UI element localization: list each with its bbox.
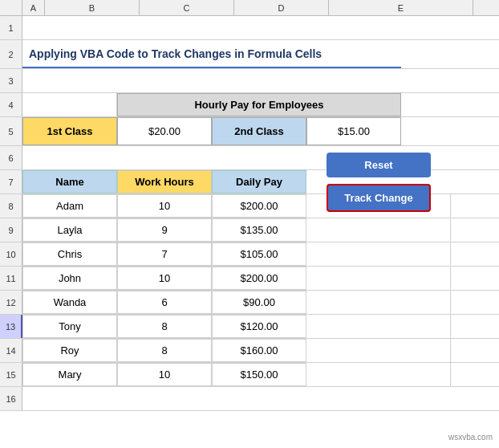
col-header-pay: Daily Pay: [212, 170, 306, 193]
cell-pay-8: $200.00: [212, 194, 306, 218]
cell-pay-14: $160.00: [212, 339, 306, 362]
cell-e-14: [306, 339, 451, 362]
cell-pay-15: $150.00: [212, 363, 306, 386]
row-num-2: 2: [0, 40, 22, 68]
cell-e-13: [306, 315, 451, 338]
cell-e-8: [306, 194, 451, 218]
cell-pay-9: $135.00: [212, 218, 306, 242]
row-num-7: 7: [0, 170, 22, 193]
cell-hours-9: 9: [117, 218, 212, 242]
cell-pay-11: $200.00: [212, 267, 306, 290]
row-num-11: 11: [0, 267, 22, 290]
row-num-16: 16: [0, 387, 22, 410]
watermark: wsxvba.com: [448, 433, 493, 442]
row-2: 2 Applying VBA Code to Track Changes in …: [0, 40, 499, 69]
class2-label: 2nd Class: [212, 117, 306, 145]
table-row: 13 Tony 8 $120.00: [0, 315, 499, 339]
row-1: 1: [0, 16, 499, 40]
row-num-5: 5: [0, 117, 22, 145]
cell-pay-12: $90.00: [212, 291, 306, 314]
row-4: 4 Hourly Pay for Employees: [0, 93, 499, 117]
cell-pay-10: $105.00: [212, 242, 306, 266]
cell-e-11: [306, 267, 451, 290]
cell-name-8: Adam: [22, 194, 117, 218]
data-rows: 8 Adam 10 $200.00 9 Layla 9 $135.00 10 C…: [0, 194, 499, 387]
buttons-area: Reset Track Change: [306, 170, 451, 193]
table-row: 9 Layla 9 $135.00: [0, 218, 499, 242]
row-num-15: 15: [0, 363, 22, 386]
row-3-content: [22, 69, 499, 92]
col-header-a: A: [22, 0, 45, 15]
row-num-12: 12: [0, 291, 22, 314]
table-row: 8 Adam 10 $200.00: [0, 194, 499, 218]
row-num-8: 8: [0, 194, 22, 218]
cell-name-11: John: [22, 267, 117, 290]
row-num-6: 6: [0, 146, 22, 169]
row-num-13: 13: [0, 315, 22, 338]
class1-value: $20.00: [117, 117, 212, 145]
table-row: 15 Mary 10 $150.00: [0, 363, 499, 387]
cell-4-b: [22, 93, 117, 116]
reset-button[interactable]: Reset: [327, 153, 431, 177]
cell-e-15: [306, 363, 451, 386]
table-row: 10 Chris 7 $105.00: [0, 242, 499, 267]
col-header-b: B: [45, 0, 140, 15]
col-headers: A B C D E: [0, 0, 499, 16]
cell-e-12: [306, 291, 451, 314]
row-5: 5 1st Class $20.00 2nd Class $15.00: [0, 117, 499, 146]
cell-hours-11: 10: [117, 267, 212, 290]
row-1-content: [22, 16, 499, 39]
row-3: 3: [0, 69, 499, 93]
cell-name-15: Mary: [22, 363, 117, 386]
col-header-name: Name: [22, 170, 117, 193]
cell-name-9: Layla: [22, 218, 117, 242]
cell-e-9: [306, 218, 451, 242]
cell-hours-12: 6: [117, 291, 212, 314]
class2-value: $15.00: [306, 117, 401, 145]
table-row: 11 John 10 $200.00: [0, 267, 499, 291]
cell-name-13: Tony: [22, 315, 117, 338]
cell-name-14: Roy: [22, 339, 117, 362]
cell-hours-14: 8: [117, 339, 212, 362]
row-16: 16: [0, 387, 499, 411]
cell-hours-8: 10: [117, 194, 212, 218]
row-7: 7 Name Work Hours Daily Pay Reset Track …: [0, 170, 499, 194]
cell-name-10: Chris: [22, 242, 117, 266]
corner-cell: [0, 0, 22, 15]
row-num-3: 3: [0, 69, 22, 92]
row-num-14: 14: [0, 339, 22, 362]
row-num-1: 1: [0, 16, 22, 39]
col-header-e: E: [329, 0, 473, 15]
row-num-9: 9: [0, 218, 22, 242]
cell-hours-10: 7: [117, 242, 212, 266]
class1-label: 1st Class: [22, 117, 117, 145]
page-title: Applying VBA Code to Track Changes in Fo…: [22, 40, 401, 68]
cell-name-12: Wanda: [22, 291, 117, 314]
hourly-pay-header: Hourly Pay for Employees: [117, 93, 401, 116]
table-row: 14 Roy 8 $160.00: [0, 339, 499, 363]
cell-hours-13: 8: [117, 315, 212, 338]
col-header-c: C: [140, 0, 234, 15]
col-header-d: D: [234, 0, 329, 15]
row-num-10: 10: [0, 242, 22, 266]
cell-e-10: [306, 242, 451, 266]
row-16-content: [22, 387, 499, 410]
row-num-4: 4: [0, 93, 22, 116]
table-row: 12 Wanda 6 $90.00: [0, 291, 499, 315]
col-header-hours: Work Hours: [117, 170, 212, 193]
cell-hours-15: 10: [117, 363, 212, 386]
cell-pay-13: $120.00: [212, 315, 306, 338]
